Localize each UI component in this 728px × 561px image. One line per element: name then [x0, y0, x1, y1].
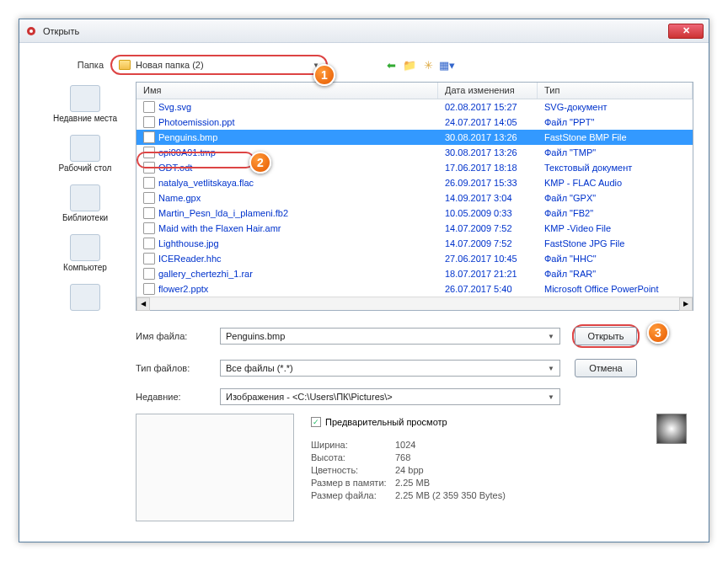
view-icon[interactable]: ▦▾: [439, 57, 454, 72]
file-icon: [143, 268, 155, 280]
file-row[interactable]: Penguins.bmp30.08.2017 13:26FastStone BM…: [136, 130, 693, 145]
file-type: FastStone JPG File: [538, 238, 693, 248]
file-row[interactable]: Lighthouse.jpg14.07.2009 7:52FastStone J…: [136, 236, 693, 251]
file-row[interactable]: gallery_chertezhi_1.rar18.07.2017 21:21Ф…: [136, 266, 693, 281]
file-icon: [143, 192, 155, 204]
file-name: gallery_chertezhi_1.rar: [158, 269, 253, 279]
file-name: natalya_vetlitskaya.flac: [158, 178, 254, 188]
svg-point-1: [29, 29, 33, 33]
open-dialog: Открыть ✕ Папка Новая папка (2) ▼ ⬅ 📁 ✳ …: [19, 19, 709, 542]
file-date: 26.07.2017 5:40: [438, 284, 538, 294]
file-date: 02.08.2017 15:27: [438, 102, 538, 112]
file-name: Maid with the Flaxen Hair.amr: [158, 223, 281, 233]
file-date: 24.07.2017 14:05: [438, 117, 538, 127]
places-bar: Недавние места Рабочий стол Библиотеки К…: [35, 82, 136, 313]
file-row[interactable]: Martin_Pesn_lda_i_plameni.fb210.05.2009 …: [136, 206, 693, 221]
preview-checkbox-label: Предварительный просмотр: [325, 417, 447, 427]
preview-checkbox[interactable]: ✓: [311, 417, 321, 427]
header-type[interactable]: Тип: [538, 83, 693, 99]
back-icon[interactable]: ⬅: [383, 57, 399, 72]
filename-input[interactable]: Penguins.bmp▼: [220, 328, 560, 345]
filetype-label: Тип файлов:: [136, 363, 208, 373]
filename-label: Имя файла:: [136, 331, 208, 341]
place-computer[interactable]: Компьютер: [48, 234, 122, 272]
file-row[interactable]: ICEReader.hhc27.06.2017 10:45Файл "HHC": [136, 251, 693, 266]
filetype-combo[interactable]: Все файлы (*.*)▼: [220, 360, 560, 377]
file-date: 30.08.2017 13:26: [438, 132, 538, 142]
file-row[interactable]: flower2.pptx26.07.2017 5:40Microsoft Off…: [136, 281, 693, 297]
file-icon: [143, 162, 155, 174]
header-name[interactable]: Имя: [136, 83, 438, 99]
file-name: ICEReader.hhc: [158, 254, 222, 264]
file-type: SVG-документ: [538, 102, 693, 112]
file-date: 26.09.2017 15:33: [438, 178, 538, 188]
file-row[interactable]: Name.gpx14.09.2017 3:04Файл "GPX": [136, 190, 693, 206]
file-type: KMP - FLAC Audio: [538, 178, 693, 188]
recent-combo[interactable]: Изображения - <C:\Users\ПК\Pictures\>▼: [220, 388, 560, 405]
horizontal-scrollbar[interactable]: ◀▶: [136, 297, 693, 310]
file-date: 14.07.2009 7:52: [438, 223, 538, 233]
preview-thumbnail-box: [136, 414, 294, 521]
file-name: flower2.pptx: [158, 284, 208, 294]
file-date: 17.06.2017 18:18: [438, 163, 538, 173]
file-type: Файл "FB2": [538, 208, 693, 218]
file-row[interactable]: Maid with the Flaxen Hair.amr14.07.2009 …: [136, 221, 693, 236]
file-name: opi00A91.tmp: [158, 147, 216, 158]
file-name: Photoemission.ppt: [158, 117, 235, 127]
file-name: Svg.svg: [158, 102, 191, 112]
file-row[interactable]: Photoemission.ppt24.07.2017 14:05Файл "P…: [136, 115, 693, 130]
file-row[interactable]: natalya_vetlitskaya.flac26.09.2017 15:33…: [136, 175, 693, 190]
place-libraries[interactable]: Библиотеки: [48, 184, 122, 222]
app-gear-icon: [24, 24, 38, 38]
file-name: Lighthouse.jpg: [158, 238, 219, 248]
format-thumb-icon: [656, 414, 687, 444]
file-icon: [143, 147, 155, 158]
callout-3: 3: [647, 322, 669, 344]
file-type: Microsoft Office PowerPoint: [538, 284, 693, 294]
column-headers[interactable]: Имя Дата изменения Тип: [136, 83, 693, 99]
file-icon: [143, 116, 155, 128]
file-type: Файл "RAR": [538, 269, 693, 279]
file-icon: [143, 238, 155, 249]
file-row[interactable]: ODT.odt17.06.2017 18:18Текстовый докумен…: [136, 160, 693, 175]
recent-label: Недавние:: [136, 392, 208, 402]
file-type: KMP -Video File: [538, 223, 693, 233]
file-list: Имя Дата изменения Тип Svg.svg02.08.2017…: [136, 82, 693, 311]
cancel-button[interactable]: Отмена: [575, 359, 637, 377]
up-icon[interactable]: 📁: [402, 57, 417, 72]
file-icon: [143, 222, 155, 234]
place-recent[interactable]: Недавние места: [48, 85, 122, 123]
file-type: Файл "TMP": [538, 147, 693, 158]
file-icon: [143, 177, 155, 189]
window-title: Открыть: [43, 26, 668, 36]
file-date: 27.06.2017 10:45: [438, 254, 538, 264]
header-date[interactable]: Дата изменения: [438, 83, 538, 99]
file-name: Penguins.bmp: [158, 132, 217, 142]
file-row[interactable]: Svg.svg02.08.2017 15:27SVG-документ: [136, 99, 693, 115]
folder-label: Папка: [70, 60, 104, 70]
file-icon: [143, 207, 155, 219]
file-icon: [143, 101, 155, 113]
file-name: Name.gpx: [158, 193, 201, 203]
folder-name: Новая папка (2): [136, 60, 204, 70]
file-date: 14.07.2009 7:52: [438, 238, 538, 248]
callout-2: 2: [249, 152, 271, 174]
callout-1: 1: [313, 64, 335, 86]
open-button[interactable]: Открыть: [575, 327, 637, 345]
file-date: 14.09.2017 3:04: [438, 193, 538, 203]
file-row[interactable]: opi00A91.tmp30.08.2017 13:26Файл "TMP": [136, 145, 693, 160]
file-type: Файл "PPT": [538, 117, 693, 127]
titlebar[interactable]: Открыть ✕: [19, 19, 709, 43]
file-name: ODT.odt: [158, 163, 192, 173]
file-icon: [143, 253, 155, 264]
place-desktop[interactable]: Рабочий стол: [48, 135, 122, 173]
folder-dropdown[interactable]: Новая папка (2) ▼: [110, 55, 328, 75]
file-date: 18.07.2017 21:21: [438, 269, 538, 279]
place-network[interactable]: [48, 284, 122, 313]
folder-icon: [119, 60, 131, 70]
file-type: FastStone BMP File: [538, 132, 693, 142]
close-button[interactable]: ✕: [668, 24, 704, 39]
file-name: Martin_Pesn_lda_i_plameni.fb2: [158, 208, 288, 218]
file-date: 30.08.2017 13:26: [438, 147, 538, 158]
new-folder-icon[interactable]: ✳: [420, 57, 436, 72]
